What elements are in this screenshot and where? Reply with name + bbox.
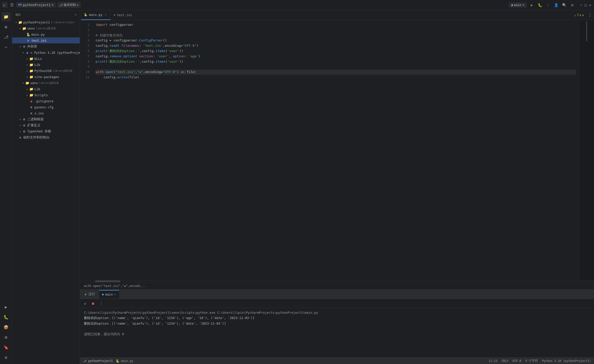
status-interpreter[interactable]: Python 3.10 (pythonProject1) [542, 359, 591, 363]
expand-arrow-extend: ▸ [18, 123, 22, 127]
panel-tab-run-label[interactable]: ▶ 运行 [82, 290, 98, 299]
editor-more-button[interactable]: ⋮ [586, 13, 594, 17]
tree-item-external[interactable]: ▾ ⊞ 外部库 [12, 43, 80, 50]
file-icon-status: 🐍 [116, 359, 119, 363]
status-encoding[interactable]: UTF-8 [513, 359, 521, 363]
app-logo: ≡ [2, 2, 8, 8]
file-icon-testini: ≡ [26, 38, 30, 42]
tree-item-temp[interactable]: ≡ 临时文件和控制台 [12, 134, 80, 140]
activity-folder-icon[interactable]: 📁 [2, 12, 11, 21]
debug-button[interactable]: 🐛 [536, 2, 543, 9]
search-button[interactable]: 🔍 [561, 2, 568, 9]
run-button[interactable]: ▶ [528, 2, 535, 9]
minimize-button[interactable]: ─ [579, 3, 583, 7]
panel-tab-close[interactable]: ✕ [114, 293, 116, 296]
tree-item-scripts[interactable]: ▸ 📁 Scripts [12, 92, 80, 98]
tree-item-binary[interactable]: ▸ ⊞ 二进制框架 [12, 116, 80, 122]
folder-icon-lib: 📁 [29, 63, 33, 67]
tab-close-mainpy[interactable]: ✕ [104, 13, 107, 17]
status-file[interactable]: 🐍 main.py [116, 359, 133, 363]
panel-run-label: 运行 [89, 292, 95, 296]
run-config-selector[interactable]: ● main ▾ [509, 3, 527, 8]
settings-button[interactable]: ⚙ [569, 2, 576, 9]
code-line-8: print('删除后的option：',config.items('user')… [96, 59, 576, 64]
more-actions-button[interactable]: ⋮ [544, 2, 552, 9]
file-icon-gitignore: ◉ [29, 99, 33, 103]
temp-icon: ≡ [18, 135, 22, 139]
minimap-scrollbar [586, 21, 587, 41]
tree-item-python310-dir[interactable]: ▸ 📁 Python310 library根目录 [12, 68, 80, 74]
code-line-11: config.write(file)| [96, 75, 576, 80]
tree-item-python310[interactable]: ▾ ◆ < Python 3.10 (pythonProje... [12, 50, 80, 56]
editor-scrollbar[interactable] [80, 280, 594, 282]
folder-icon-python310-dir: 📁 [29, 69, 33, 73]
run-config-icon: ● [511, 3, 513, 7]
tree-item-extend[interactable]: ▸ ⊞ 扩展定义 [12, 122, 80, 128]
activity-git-icon[interactable]: ⎇ [2, 32, 11, 41]
tree-item-venv[interactable]: ▸ 📁 venv library根目录 [12, 25, 80, 31]
tree-label-python310: < Python 3.10 (pythonProje... [30, 51, 80, 55]
status-project[interactable]: ⎇ pythonProject1 [83, 359, 113, 363]
status-line-ending[interactable]: CRLF [501, 359, 509, 363]
code-editor: 12345 678910 11 import configparser # 创建… [80, 20, 594, 280]
code-content[interactable]: import configparser # 创建对象实例化 config = c… [93, 20, 579, 280]
run-tab-icon: ▶ [85, 292, 87, 296]
file-icon-mainpy: 🐍 [26, 32, 30, 36]
profile-button[interactable]: 👤 [553, 2, 560, 9]
vcs-button[interactable]: ⎇ 版本控制 ▾ [57, 2, 81, 8]
project-name: pythonProject1 [23, 3, 51, 7]
tree-item-testini[interactable]: ≡ test.ini [12, 37, 80, 43]
activity-dots-icon[interactable]: ⋯ [2, 42, 11, 52]
tab-testini[interactable]: ≡ test.ini [111, 10, 136, 20]
panel-tab-main[interactable]: ● main ✕ [99, 290, 119, 299]
status-position[interactable]: 11:23 [489, 359, 497, 363]
close-button[interactable]: ✕ [588, 3, 592, 7]
python-icon: ◆ [25, 51, 29, 55]
tree-item-venv2[interactable]: ▾ 📁 venv library根目录 [12, 80, 80, 86]
folder-icon-site: 📁 [29, 75, 33, 79]
restart-button[interactable]: ↺ [82, 300, 88, 306]
tree-item-dlls[interactable]: ▸ 📁 DLLs [12, 56, 80, 62]
activity-terminal-icon[interactable]: ⊞ [2, 333, 11, 342]
tree-item-typeshed[interactable]: ▸ ⊞ Typeshed 存根 [12, 128, 80, 134]
status-bar: ⎇ pythonProject1 🐍 main.py 11:23 CRLF UT… [80, 357, 594, 364]
project-selector[interactable]: PP pythonProject1 ▾ [16, 2, 56, 8]
activity-run-icon[interactable]: ▶ [2, 302, 11, 311]
folder-icon-scripts: 📁 [29, 93, 33, 97]
activity-debug-icon[interactable]: 🐛 [2, 312, 11, 322]
title-bar: ≡ ☰ PP pythonProject1 ▾ ⎇ 版本控制 ▾ ● main … [0, 0, 594, 10]
status-right: 11:23 CRLF UTF-8 4 个字符 Python 3.10 (pyth… [489, 359, 591, 363]
module-icon-typeshed: ⊞ [22, 129, 26, 133]
tree-item-pyvenv[interactable]: ≡ pyvenv.cfg [12, 104, 80, 110]
expand-icon: ∧ [580, 13, 581, 17]
status-project-label: pythonProject1 [88, 359, 113, 363]
tree-item-mainpy[interactable]: 🐍 main.py [12, 31, 80, 37]
tree-item-gitignore[interactable]: ◉ .gitignore [12, 98, 80, 104]
tree-item-lib[interactable]: ▸ 📁 Lib [12, 62, 80, 68]
tree-item-lib-inner[interactable]: ▸ 📁 Lib [12, 86, 80, 92]
tree-sublabel-venv2: library根目录 [39, 81, 59, 85]
expand-arrow: ▾ [14, 20, 18, 24]
activity-search-icon[interactable]: ⊕ [2, 22, 11, 31]
activity-settings2-icon[interactable]: ⚙ [2, 353, 11, 362]
tab-mainpy[interactable]: 🐍 main.py ✕ [81, 10, 111, 20]
run-config-label: main [514, 3, 521, 7]
more-options-button[interactable]: ⋮ [98, 300, 104, 306]
breadcrumb-bar: with open("test.ini","w",encodi... [80, 282, 594, 289]
hamburger-icon[interactable]: ☰ [9, 2, 15, 8]
chevron-down-icon-run: ▾ [522, 3, 524, 7]
line-numbers: 12345 678910 11 [80, 20, 93, 280]
expand-arrow-binary: ▸ [18, 117, 22, 121]
status-indent[interactable]: 4 个字符 [525, 359, 538, 363]
tab-more-button[interactable]: ⚠ 7 ∧ ∨ [572, 13, 586, 17]
tree-item-site-packages[interactable]: ▸ 📁 site-packages [12, 74, 80, 80]
maximize-button[interactable]: □ [584, 3, 587, 7]
tree-item-root[interactable]: ▾ 📁 pythonProject1 C:\Users\lipin [12, 19, 80, 25]
activity-packages-icon[interactable]: 📦 [2, 323, 11, 332]
tree-item-xini[interactable]: ≡ x.ini [12, 110, 80, 116]
stop-button[interactable]: ■ [90, 300, 96, 306]
file-icon-pyvenv: ≡ [29, 105, 33, 109]
tree-label-venv: venv [27, 27, 35, 30]
activity-bookmark-icon[interactable]: 🔖 [2, 343, 11, 352]
collapse-icon: ∨ [582, 13, 584, 17]
